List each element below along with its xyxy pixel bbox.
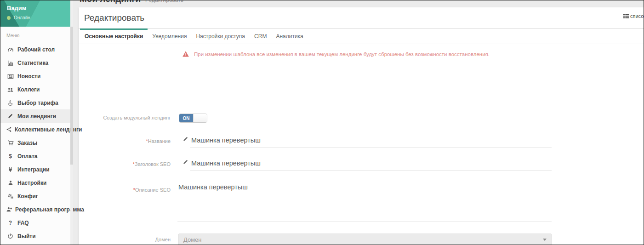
seo-title-label: *Заголовок SEO xyxy=(79,161,171,167)
sidebar-item-label: Выбор тарифа xyxy=(17,100,58,106)
modular-landing-toggle[interactable]: ON xyxy=(179,114,207,123)
tab-bar: Основные настройки Уведомления Настройки… xyxy=(79,28,644,44)
sidebar-item-payment[interactable]: $ Оплата xyxy=(0,149,70,163)
cart-icon xyxy=(6,140,15,146)
toggle-knob xyxy=(193,114,207,122)
edit-icon xyxy=(6,113,15,119)
seo-title-label-text: Заголовок SEO xyxy=(135,161,171,167)
bar-chart-icon xyxy=(6,60,15,66)
breadcrumb: Мои лендингиРедактировать xyxy=(80,0,183,4)
domain-select-value: Домен xyxy=(183,236,543,243)
sidebar-scrollbar[interactable] xyxy=(70,0,73,245)
tab-main-settings[interactable]: Основные настройки xyxy=(80,29,148,44)
list-icon xyxy=(623,13,629,19)
domain-select[interactable]: Домен xyxy=(178,234,552,245)
user-plus-icon xyxy=(6,206,12,212)
sidebar-item-label: Статистика xyxy=(17,60,48,66)
user-icon xyxy=(6,180,15,186)
gears-icon xyxy=(6,193,15,199)
sidebar-item-logout[interactable]: Выйти xyxy=(0,229,70,243)
list-view-label: список xyxy=(630,13,644,19)
plug-icon xyxy=(6,166,15,173)
seo-description-textarea[interactable]: Машинка перевертыш xyxy=(178,183,248,191)
seo-description-underline xyxy=(177,222,552,222)
dollar-icon: $ xyxy=(6,153,15,160)
card-title: Редактировать xyxy=(84,13,144,23)
pencil-icon xyxy=(182,136,188,144)
toggle-on-label: ON xyxy=(179,114,193,122)
list-view-button[interactable]: список xyxy=(623,13,644,19)
online-status-dot xyxy=(7,16,11,20)
page-title: Мои лендинги xyxy=(80,0,141,4)
tab-crm[interactable]: CRM xyxy=(250,29,271,44)
pencil-icon xyxy=(182,159,188,167)
sidebar: Вадим Онлайн Меню Рабочий стол Статистик… xyxy=(0,0,70,245)
sidebar-item-collective-landings[interactable]: Коллективные лендинги xyxy=(0,123,70,136)
sidebar-item-tariff[interactable]: Выбор тарифа xyxy=(0,96,70,109)
chevron-down-icon xyxy=(543,239,547,241)
user-status: Онлайн xyxy=(7,15,70,20)
online-status-label: Онлайн xyxy=(14,15,30,20)
colleagues-icon xyxy=(6,86,15,93)
title-label: *Название xyxy=(79,138,171,144)
power-icon xyxy=(6,233,15,239)
title-input-underline xyxy=(190,148,552,148)
title-label-text: Название xyxy=(148,138,171,144)
sidebar-item-config[interactable]: Конфиг xyxy=(0,189,70,203)
seo-description-label: *Описание SEO xyxy=(79,187,171,193)
title-input[interactable]: Машинка перевертыш xyxy=(191,137,261,144)
sidebar-item-label: Оплата xyxy=(17,153,37,160)
sidebar-item-label: Заказы xyxy=(17,140,37,146)
tab-label: Настройки доступа xyxy=(196,33,245,40)
sidebar-item-label: Мои лендинги xyxy=(17,113,56,120)
page-subtitle: Редактировать xyxy=(145,0,183,3)
card-header: Редактировать список xyxy=(79,7,644,28)
user-name: Вадим xyxy=(7,5,70,11)
sidebar-item-integrations[interactable]: Интеграции xyxy=(0,163,70,176)
share-icon xyxy=(6,126,12,132)
warning-text: При изменении шаблона все изменения в ва… xyxy=(194,51,490,57)
modular-landing-label: Создать модульный лендинг xyxy=(79,115,171,120)
sidebar-item-label: Коллеги xyxy=(17,86,40,93)
sidebar-item-settings[interactable]: Настройки xyxy=(0,176,70,189)
domain-label: Домен xyxy=(79,237,171,242)
tab-label: Уведомления xyxy=(152,33,187,40)
sidebar-item-label: Интеграции xyxy=(17,166,50,173)
dashboard-icon xyxy=(6,46,15,53)
hand-pointer-icon xyxy=(6,100,15,106)
sidebar-item-faq[interactable]: ? FAQ xyxy=(0,216,70,229)
sidebar-item-label: Выйти xyxy=(17,233,36,239)
tab-label: Аналитика xyxy=(276,33,303,40)
sidebar-item-label: Реферальная программа xyxy=(15,206,84,213)
tab-access-settings[interactable]: Настройки доступа xyxy=(191,29,250,44)
sidebar-item-statistics[interactable]: Статистика xyxy=(0,56,70,69)
warning-triangle-icon xyxy=(182,51,189,57)
seo-description-label-text: Описание SEO xyxy=(135,187,171,193)
tab-label: Основные настройки xyxy=(85,33,143,40)
sidebar-user-panel: Вадим Онлайн xyxy=(0,0,70,27)
sidebar-item-label: Новости xyxy=(17,73,40,80)
sidebar-item-label: FAQ xyxy=(17,220,29,226)
sidebar-item-label: Конфиг xyxy=(17,193,38,199)
sidebar-item-referral[interactable]: Реферальная программа xyxy=(0,203,70,216)
menu-section-label: Меню xyxy=(0,27,70,43)
sidebar-item-colleagues[interactable]: Коллеги xyxy=(0,83,70,96)
sidebar-item-dashboard[interactable]: Рабочий стол xyxy=(0,43,70,56)
question-icon: ? xyxy=(6,220,15,226)
sidebar-item-label: Настройки xyxy=(17,180,46,186)
sidebar-item-my-landings[interactable]: Мои лендинги xyxy=(0,109,70,123)
template-warning: При изменении шаблона все изменения в ва… xyxy=(182,51,644,57)
tab-label: CRM xyxy=(254,33,267,40)
tab-notifications[interactable]: Уведомления xyxy=(148,29,191,44)
sidebar-item-orders[interactable]: Заказы xyxy=(0,136,70,149)
news-icon xyxy=(6,73,15,80)
sidebar-menu: Рабочий стол Статистика Новости Коллеги xyxy=(0,43,70,243)
sidebar-scrollbar-thumb[interactable] xyxy=(70,27,73,165)
sidebar-item-label: Рабочий стол xyxy=(17,46,55,53)
edit-card: Редактировать список Основные настройки … xyxy=(79,7,644,245)
seo-title-input-underline xyxy=(190,171,552,171)
sidebar-item-news[interactable]: Новости xyxy=(0,69,70,83)
app-window: Мои лендингиРедактировать Вадим Онлайн М… xyxy=(0,0,644,245)
tab-analytics[interactable]: Аналитика xyxy=(271,29,308,44)
seo-title-input[interactable]: Машинка перевертыш xyxy=(191,160,261,167)
